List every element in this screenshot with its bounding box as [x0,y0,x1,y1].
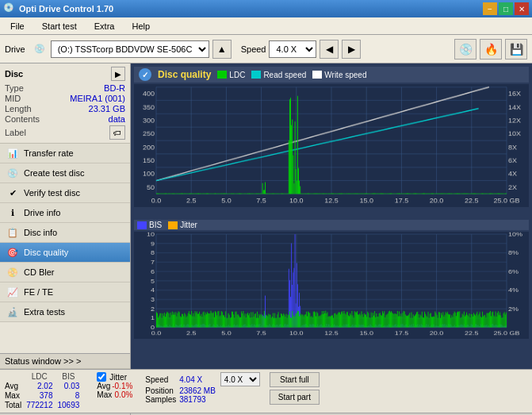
legend-read-speed: Read speed [251,71,306,79]
disc-contents-row: Contents data [5,114,125,124]
maximize-button[interactable]: □ [499,2,513,15]
title-bar: 💿 Opti Drive Control 1.70 − □ ✕ [0,0,532,17]
sidebar-item-disc-info[interactable]: 📋Disc info [0,223,130,243]
stats-table: LDC BIS Avg 2.02 0.03 Max 378 8 Total 77… [5,372,84,410]
app-title: Opti Drive Control 1.70 [19,4,483,13]
drive-toolbar: Drive 💿 (O:) TSSTcorp BDDVDW SE-506CB TS… [0,35,532,63]
sidebar-item-fe-te[interactable]: 📈FE / TE [0,282,130,302]
charts-container: BIS Jitter [134,84,529,366]
position-value: 23862 MB [176,386,216,395]
sidebar-item-cd-bler[interactable]: 📀CD Bler [0,263,130,282]
bottom-chart [134,232,529,339]
stats-total-bis: 10693 [58,401,85,410]
sidebar-label-cd-bler: CD Bler [24,267,55,277]
window-controls: − □ ✕ [483,2,529,15]
speed-select[interactable]: 4.0 X [269,40,316,58]
speed-row-label: Speed [145,372,176,386]
stats-max-bis: 8 [58,391,85,401]
sidebar-icon-disc-quality: 🎯 [6,246,19,259]
legend-write-speed-color [312,71,322,79]
disc-length-row: Length 23.31 GB [5,104,125,113]
disc-mid-row: MID MEIRA1 (001) [5,94,125,103]
sidebar-label-verify-test-disc: Verify test disc [24,188,80,198]
app-icon: 💿 [3,2,16,15]
sidebar-item-verify-test-disc[interactable]: ✔Verify test disc [0,183,130,203]
jitter-avg-label: Avg [97,382,112,390]
burn-button[interactable]: 🔥 [480,39,502,60]
legend-jitter: Jitter [168,221,197,229]
drive-select[interactable]: (O:) TSSTcorp BDDVDW SE-506CB TS02 [51,40,209,58]
action-buttons: Start full Start part [270,372,320,405]
stats-avg-ldc: 2.02 [26,382,57,391]
disc-label-label: Label [5,128,26,137]
sidebar-item-transfer-rate[interactable]: 📊Transfer rate [0,144,130,163]
sidebar-icon-cd-bler: 📀 [6,266,19,279]
sidebar-item-extra-tests[interactable]: 🔬Extra tests [0,302,130,322]
sidebar-item-drive-info[interactable]: ℹDrive info [0,203,130,223]
right-panel: ✓ Disc quality LDC Read speed Write spee… [131,63,532,369]
start-part-button[interactable]: Start part [270,390,320,405]
jitter-checkbox-row: Jitter [97,372,132,382]
disc-expand-button[interactable]: ▶ [111,67,125,81]
menu-extra[interactable]: Extra [87,19,122,33]
jitter-checkbox[interactable] [97,372,106,382]
drive-eject-button[interactable]: ▲ [212,40,232,59]
legend-bis-color [137,221,147,229]
sidebar-label-disc-quality: Disc quality [24,248,68,257]
sidebar-label-fe-te: FE / TE [24,287,53,297]
minimize-button[interactable]: − [483,2,497,15]
sidebar-icon-extra-tests: 🔬 [6,305,19,318]
sidebar-label-extra-tests: Extra tests [24,307,65,317]
jitter-label: Jitter [109,373,127,382]
sidebar-icon-create-test-disc: 💿 [6,167,19,179]
chart-icon: ✓ [139,68,151,81]
disc-button[interactable]: 💿 [454,39,477,60]
sidebar-label-create-test-disc: Create test disc [24,168,84,178]
speed-row-value: 4.04 X [176,372,216,386]
legend-write-speed-label: Write speed [324,71,366,79]
speed-label: Speed [241,44,266,54]
speed-prev-button[interactable]: ◀ [320,40,339,59]
status-window-button[interactable]: Status window >> > [0,354,130,369]
left-panel: Disc ▶ Type BD-R MID MEIRA1 (001) Length… [0,63,131,369]
legend-jitter-label: Jitter [180,221,197,229]
bottom-chart-legend-bar: BIS Jitter [134,220,529,230]
legend-write-speed: Write speed [312,71,366,79]
start-full-button[interactable]: Start full [270,372,320,387]
sidebar-icon-verify-test-disc: ✔ [6,186,19,199]
disc-mid-label: MID [5,94,21,103]
stats-avg-label: Avg [5,382,26,391]
stats-header-bis: BIS [58,372,85,382]
menu-help[interactable]: Help [124,19,157,33]
save-button[interactable]: 💾 [505,39,527,60]
jitter-section: Jitter Avg -0.1% Max 0.0% [90,372,132,399]
disc-contents-label: Contents [5,114,40,124]
sidebar-item-disc-quality[interactable]: 🎯Disc quality [0,243,130,263]
disc-section: Disc ▶ Type BD-R MID MEIRA1 (001) Length… [0,63,130,144]
sidebar-label-transfer-rate: Transfer rate [24,148,74,158]
speed-pos-table: Speed 4.04 X 4.0 X Position 23862 MB Sam… [145,372,260,404]
jitter-max-label: Max [97,390,112,399]
drive-icon: 💿 [32,41,48,57]
status-window-label: Status window >> > [5,356,81,366]
position-label: Position [145,386,176,395]
stats-avg-bis: 0.03 [58,382,85,391]
disc-contents-value: data [109,114,125,124]
menu-file[interactable]: File [3,19,32,33]
legend-bis-label: BIS [149,221,162,229]
samples-label: Samples [145,395,176,404]
sidebar-item-create-test-disc[interactable]: 💿Create test disc [0,163,130,183]
legend-ldc-color [217,71,227,79]
speed-next-button[interactable]: ▶ [342,40,361,59]
speed-output-select[interactable]: 4.0 X [220,372,260,386]
disc-label-button[interactable]: 🏷 [109,125,125,140]
legend-read-speed-label: Read speed [263,71,306,79]
chart-header: ✓ Disc quality LDC Read speed Write spee… [134,67,529,83]
stats-max-label: Max [5,391,26,401]
stats-total-ldc: 772212 [26,401,57,410]
legend-jitter-color [168,221,178,229]
jitter-max-value: 0.0% [112,390,132,399]
close-button[interactable]: ✕ [515,2,529,15]
menu-start-test[interactable]: Start test [35,19,84,33]
samples-value: 381793 [176,395,216,404]
